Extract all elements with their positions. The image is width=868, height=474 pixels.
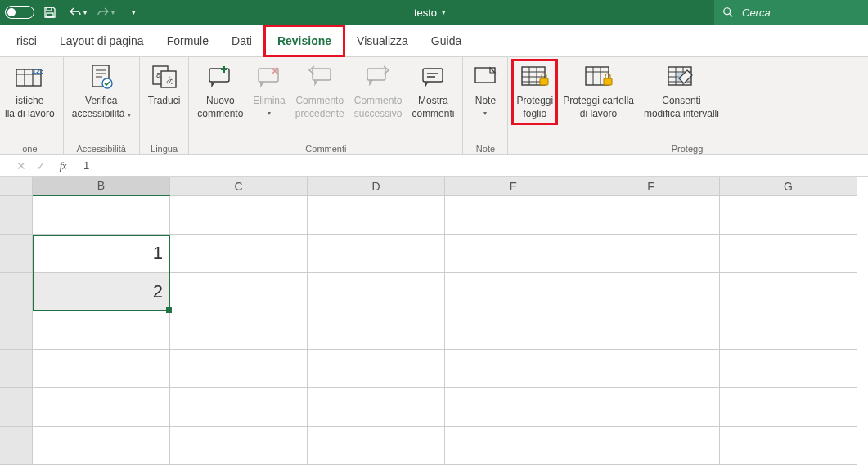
cell[interactable] (720, 427, 857, 465)
tab-dati[interactable]: Dati (220, 25, 263, 57)
row-header[interactable] (0, 273, 33, 311)
column-header-d[interactable]: D (308, 177, 445, 196)
cell[interactable] (720, 350, 857, 388)
cell[interactable] (720, 388, 857, 427)
workbook-statistics-button[interactable]: 123 istichella di lavoro (0, 59, 60, 123)
group-label: Proteggi (511, 142, 865, 154)
row-header[interactable] (0, 196, 33, 235)
cell[interactable] (33, 196, 170, 235)
row-header[interactable] (0, 235, 33, 273)
cell[interactable] (33, 350, 170, 388)
cell[interactable] (582, 273, 720, 311)
fx-button[interactable]: fx (51, 159, 75, 172)
cell[interactable] (445, 311, 582, 350)
tab-visualizza[interactable]: Visualizza (345, 25, 420, 57)
column-header-f[interactable]: F (582, 177, 720, 196)
search-input[interactable] (742, 7, 848, 19)
column-header-b[interactable]: B (33, 177, 170, 196)
row-header[interactable] (0, 311, 33, 350)
cell[interactable] (445, 273, 582, 311)
svg-rect-0 (47, 7, 52, 11)
check-accessibility-button[interactable]: Verificaaccessibilità ▾ (67, 59, 136, 123)
tab-revisione[interactable]: Revisione (263, 25, 345, 57)
cell[interactable] (308, 427, 445, 465)
cell[interactable] (582, 427, 720, 465)
row-header[interactable] (0, 427, 33, 465)
cell[interactable] (445, 196, 582, 235)
cell[interactable] (445, 388, 582, 427)
svg-rect-14 (367, 69, 385, 80)
cell[interactable] (445, 350, 582, 388)
cell[interactable] (170, 273, 308, 311)
show-comments-icon (419, 62, 447, 92)
cell[interactable] (170, 311, 308, 350)
tab-inserisci-partial[interactable]: risci (5, 25, 48, 57)
group-label: Commenti (192, 142, 459, 154)
cell[interactable] (582, 311, 720, 350)
new-comment-button[interactable]: Nuovocommento (192, 59, 248, 123)
cell[interactable] (720, 235, 857, 273)
svg-text:a: a (156, 70, 161, 79)
protect-workbook-button[interactable]: Proteggi cartelladi lavoro (558, 59, 639, 123)
notes-button[interactable]: Note▾ (466, 59, 504, 123)
autosave-toggle[interactable] (5, 6, 34, 19)
cell[interactable] (170, 388, 308, 427)
protect-sheet-button[interactable]: Proteggifoglio (511, 59, 558, 125)
cell[interactable]: 1 (33, 235, 170, 273)
spreadsheet-grid[interactable]: B C D E F G 1 2 (0, 177, 868, 465)
delete-comment-icon (255, 62, 283, 92)
cell[interactable] (445, 235, 582, 273)
cell[interactable] (170, 350, 308, 388)
cell[interactable] (308, 350, 445, 388)
cell[interactable] (308, 273, 445, 311)
cell[interactable] (33, 311, 170, 350)
save-button[interactable] (38, 0, 62, 25)
tab-formule[interactable]: Formule (155, 25, 220, 57)
qat-customize[interactable]: ▾ (121, 0, 146, 25)
svg-text:あ: あ (166, 75, 174, 84)
column-header-g[interactable]: G (720, 177, 857, 196)
new-comment-icon (206, 62, 234, 92)
cell[interactable] (308, 196, 445, 235)
column-header-c[interactable]: C (170, 177, 308, 196)
formula-bar: ✕ ✓ fx 1 (0, 155, 868, 177)
undo-button[interactable]: ▾ (65, 0, 90, 25)
protect-sheet-icon (520, 62, 550, 92)
cell[interactable] (582, 388, 720, 427)
row-header[interactable] (0, 388, 33, 427)
cell[interactable] (720, 273, 857, 311)
cell[interactable] (720, 311, 857, 350)
column-header-e[interactable]: E (445, 177, 582, 196)
cell[interactable] (308, 235, 445, 273)
cell[interactable] (582, 350, 720, 388)
cell[interactable] (170, 235, 308, 273)
allow-edit-ranges-button[interactable]: Consentimodifica intervalli (639, 59, 724, 123)
cell[interactable] (170, 196, 308, 235)
cell[interactable] (445, 427, 582, 465)
select-all-corner[interactable] (0, 177, 33, 196)
formula-cancel: ✕ (11, 159, 31, 172)
translate-button[interactable]: aあ Traduci (143, 59, 186, 123)
cell[interactable] (308, 388, 445, 427)
group-label: one (0, 142, 60, 154)
previous-comment-button: Commentoprecedente (290, 59, 349, 123)
translate-icon: aあ (151, 62, 178, 92)
search-icon (722, 7, 734, 18)
cell[interactable] (170, 427, 308, 465)
cell[interactable] (582, 196, 720, 235)
redo-button[interactable]: ▾ (93, 0, 118, 25)
tab-layout[interactable]: Layout di pagina (48, 25, 155, 57)
svg-rect-18 (540, 78, 548, 85)
tab-guida[interactable]: Guida (420, 25, 473, 57)
search-box[interactable] (714, 0, 868, 25)
group-label: Lingua (143, 142, 186, 154)
cell[interactable] (33, 388, 170, 427)
show-comments-button[interactable]: Mostracommenti (407, 59, 459, 123)
cell[interactable] (308, 311, 445, 350)
cell[interactable] (33, 427, 170, 465)
cell[interactable] (582, 235, 720, 273)
formula-value[interactable]: 1 (75, 159, 89, 172)
row-header[interactable] (0, 350, 33, 388)
cell[interactable] (720, 196, 857, 235)
cell[interactable]: 2 (33, 273, 170, 311)
